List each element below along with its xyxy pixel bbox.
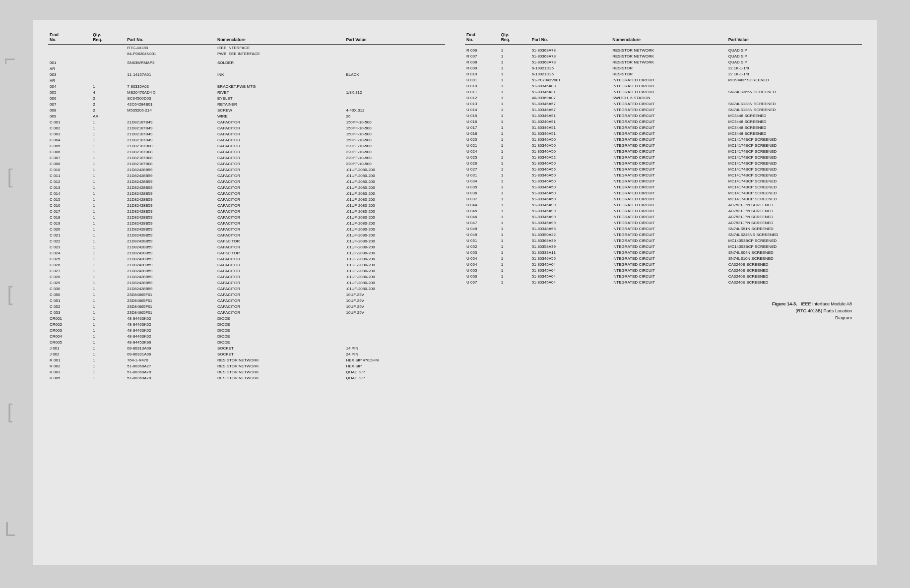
- cell-nom: INTEGRATED CIRCUIT: [611, 89, 726, 95]
- cell-part: 21D82428B59: [126, 250, 216, 256]
- cell-find: U 025: [465, 155, 500, 161]
- cell-val: MC14174BCP SCREENED: [727, 143, 862, 149]
- tables-row: FindNo. Qty.Req. Part No. Nomenclature P…: [48, 30, 862, 381]
- cell-qty: 1: [500, 155, 530, 161]
- cell-find: U 035: [465, 184, 500, 190]
- cell-qty: 1: [91, 149, 126, 155]
- cell-find: J 001: [48, 345, 91, 351]
- cell-qty: 1: [500, 54, 530, 59]
- cell-part: 51-80345A03: [530, 83, 611, 89]
- cell-find: C 017: [48, 208, 91, 214]
- cell-part: 51-80345A99: [530, 214, 611, 220]
- left-col-part: Part No.: [126, 30, 216, 45]
- cell-val: MC3448 SCREENED: [727, 131, 862, 137]
- cell-part: RTC-4013B: [126, 45, 216, 51]
- cell-qty: 1: [91, 167, 126, 173]
- cell-val: AD7531JPN SCREENED: [727, 208, 862, 214]
- cell-part: 51-80346A50: [530, 143, 611, 149]
- table-row: U 036 1 51-80346A50 INTEGRATED CIRCUIT M…: [465, 190, 862, 196]
- cell-part: 84-P06204N001: [126, 51, 216, 57]
- table-row: C 051 1 23D84665F01 CAPACITOR 10UF-25V: [48, 297, 445, 303]
- table-row: U 016 1 51-80240A51 INTEGRATED CIRCUIT M…: [465, 119, 862, 125]
- cell-qty: 1: [91, 155, 126, 161]
- cell-part: 21D82428B59: [126, 226, 216, 232]
- cell-find: C 051: [48, 297, 91, 303]
- cell-val: .01UF-2080-200: [344, 184, 445, 190]
- cell-val: QUAD SIP: [727, 48, 862, 54]
- table-row: U 001 1 51-P07943V001 INTEGRATED CIRCUIT…: [465, 77, 862, 83]
- cell-nom: CAPaCiTOR: [216, 250, 344, 256]
- content-area: FindNo. Qty.Req. Part No. Nomenclature P…: [33, 20, 877, 565]
- table-row: J 001 1 09-80313A09 SOCKET 14 PIN: [48, 345, 445, 351]
- cell-qty: 1: [91, 220, 126, 226]
- figure-line2: (RTC-4013B) Parts Location: [796, 308, 852, 313]
- cell-part: 21D82428B59: [126, 238, 216, 244]
- cell-part: 21D82428B59: [126, 256, 216, 262]
- cell-nom: INTEGRATED CIRCUIT: [611, 244, 726, 250]
- cell-val: .01UF-2080-200: [344, 232, 445, 238]
- cell-val: [344, 59, 445, 65]
- cell-val: BLACK: [344, 71, 445, 77]
- right-col-qty: Qty.Req.: [500, 30, 530, 45]
- cell-part: 51-80368A27: [126, 363, 216, 369]
- table-row: 009 AR WIRE 26: [48, 113, 445, 119]
- cell-nom: CAPACITOR: [216, 190, 344, 196]
- cell-part: 21D82428B59: [126, 184, 216, 190]
- bracket-mid3: [: [7, 402, 12, 421]
- table-row: C 018 1 21D82428B59 CAPACITOR .01UF-2080…: [48, 214, 445, 220]
- table-row: U 017 1 51-80346A51 INTEGRATED CIRCUIT M…: [465, 125, 862, 131]
- cell-find: C 013: [48, 184, 91, 190]
- cell-find: C 029: [48, 280, 91, 286]
- cell-val: [344, 321, 445, 327]
- cell-qty: 1: [500, 143, 530, 149]
- cell-part: 42C64284B01: [126, 101, 216, 107]
- cell-part: 21D82187B49: [126, 137, 216, 143]
- table-row: RTC-4013B IEEE INTERFACE: [48, 45, 445, 51]
- cell-qty: 1: [500, 226, 530, 232]
- cell-find: C 026: [48, 262, 91, 268]
- cell-find: U 027: [465, 167, 500, 173]
- cell-nom: DIODE: [216, 327, 344, 333]
- cell-part: 51-80368A78: [126, 375, 216, 381]
- cell-qty: 1: [500, 250, 530, 256]
- cell-part: 51-80240A51: [530, 119, 611, 125]
- cell-qty: 1: [91, 345, 126, 351]
- cell-nom: [216, 65, 344, 71]
- cell-qty: 1: [91, 196, 126, 202]
- cell-nom: INTEGRATED CIRCUIT: [611, 250, 726, 256]
- cell-qty: 1: [500, 268, 530, 274]
- cell-nom: SWITCH, 6 STATION: [611, 95, 726, 101]
- table-row: CR004 1 48-84463K02 DIODE: [48, 333, 445, 339]
- cell-qty: 1: [91, 238, 126, 244]
- cell-nom: SOCKET: [216, 345, 344, 351]
- cell-qty: 1: [500, 232, 530, 238]
- cell-nom: RESISTOR NETWORK: [216, 375, 344, 381]
- cell-nom: INTEGRATED CIRCUIT: [611, 149, 726, 155]
- right-table: FindNo. Qty.Req. Part No. Nomenclature P…: [465, 30, 862, 286]
- cell-part: SC64500D03: [126, 95, 216, 101]
- cell-part: 21D82428B59: [126, 262, 216, 268]
- cell-find: R 005: [48, 375, 91, 381]
- cell-qty: 1: [500, 196, 530, 202]
- table-row: U 066 1 51-80345A04 INTEGRATED CIRCUIT C…: [465, 274, 862, 280]
- right-header-row: FindNo. Qty.Req. Part No. Nomenclature P…: [465, 30, 862, 45]
- table-row: CR003 1 48-84463K02 DIODE: [48, 327, 445, 333]
- cell-val: SN74LS245NS SCREENED: [727, 232, 862, 238]
- table-row: U 044 1 51-80345A99 INTEGRATED CIRCUIT A…: [465, 202, 862, 208]
- cell-val: .01UF-2080-200: [344, 268, 445, 274]
- table-row: C 006 1 21D82187B08 CAPACITOR 220PF-10-5…: [48, 149, 445, 155]
- cell-qty: 1: [91, 262, 126, 268]
- cell-part: 21D82428B59: [126, 232, 216, 238]
- cell-find: U 065: [465, 268, 500, 274]
- cell-qty: 1: [91, 178, 126, 184]
- cell-val: .01UF-2080-200: [344, 238, 445, 244]
- cell-qty: 1: [500, 184, 530, 190]
- cell-val: 150PF-10-500: [344, 125, 445, 131]
- cell-qty: 1: [500, 208, 530, 214]
- cell-part: 51-80345A99: [530, 202, 611, 208]
- table-row: 84-P06204N001 PWB,IEEE INTERFACE: [48, 51, 445, 57]
- cell-nom: INTEGRATED CIRCUIT: [611, 190, 726, 196]
- cell-part: 21D82428B59: [126, 280, 216, 286]
- cell-find: U 018: [465, 131, 500, 137]
- cell-nom: CAPACITOR: [216, 292, 344, 297]
